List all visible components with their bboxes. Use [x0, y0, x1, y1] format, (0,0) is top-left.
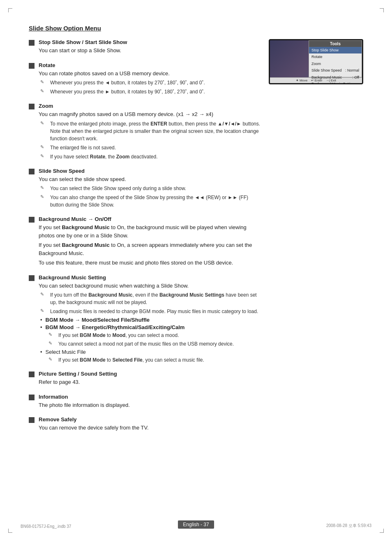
item-desc-bg-music-1: If you set Background Music to On, the b…: [39, 223, 261, 239]
note-icon-2: ✎: [40, 88, 47, 95]
item-rotate: Rotate You can rotate photos saved on a …: [29, 62, 261, 98]
item-content-bg-music: Background Music → On/Off If you set Bac…: [39, 216, 261, 269]
item-bg-music: Background Music → On/Off If you set Bac…: [29, 216, 261, 269]
note-icon-sub-2: ✎: [48, 341, 55, 347]
note-text-zoom-3: If you have select Rotate, the Zoom deac…: [50, 153, 157, 160]
item-desc-bg-music-3: To use this feature, there must be music…: [39, 259, 261, 267]
content-area: Stop Slide Show / Start Slide Show You c…: [29, 39, 363, 439]
bullet-bgm-mode: • BGM Mode → Mood/Selected File/Shuffle: [40, 317, 261, 323]
tools-item-bgm: Background Music : Off: [309, 74, 362, 81]
bullet-dot-2: •: [40, 324, 42, 330]
note-icon-bgms-2: ✎: [40, 308, 47, 315]
note-icon-sub-1: ✎: [48, 332, 55, 339]
footer-move: ✦ Move: [296, 79, 308, 82]
note-rotate-2: ✎ Whenever you press the ► button, it ro…: [40, 88, 261, 95]
item-desc-bg-music-setting: You can select background music when wat…: [39, 282, 261, 290]
corner-bottom-left: [8, 529, 12, 533]
note-icon-zoom-3: ✎: [40, 153, 47, 160]
bullet-dot-3: •: [40, 349, 42, 355]
bullet-select-music: • Select Music File: [40, 349, 261, 355]
bullet-rotate: [29, 63, 35, 69]
item-desc-bg-music-2: If you set Background Music to On, a scr…: [39, 241, 261, 257]
item-bg-music-setting: Background Music Setting You can select …: [29, 274, 261, 365]
note-zoom-1: ✎ To move the enlarged photo image, pres…: [40, 120, 261, 142]
tv-panel: Tools Stop Slide Show Rotate Zoom Slide …: [269, 39, 363, 439]
note-zoom-3: ✎ If you have select Rotate, the Zoom de…: [40, 153, 261, 160]
item-title-rotate: Rotate: [39, 62, 261, 68]
note-icon-zoom-1: ✎: [40, 121, 47, 127]
note-text-bgms-1: If you turn off the Background Music, ev…: [50, 291, 261, 306]
bullet-bg-music: [29, 217, 35, 223]
note-text-sub-3: If you set BGM Mode to Selected File, yo…: [58, 356, 204, 364]
note-bgms-2: ✎ Loading music files is needed to chang…: [40, 308, 261, 315]
item-desc-remove: You can remove the device safely from th…: [39, 424, 261, 432]
note-icon-zoom-2: ✎: [40, 144, 47, 151]
item-title-zoom: Zoom: [39, 103, 261, 109]
tools-item-bgm-setting: Background Music Setting: [309, 81, 362, 84]
item-desc-picture-sound: Refer to page 43.: [39, 378, 261, 386]
sub-note-bgm-2: ✎ You cannot select a mood not part of t…: [48, 340, 261, 348]
item-content-information: Information The photo file information i…: [39, 394, 261, 411]
tv-screen: Tools Stop Slide Show Rotate Zoom Slide …: [270, 40, 362, 83]
tools-value-bgm: : Off: [352, 74, 359, 80]
bullet-dot-1: •: [40, 317, 42, 323]
note-bgms-1: ✎ If you turn off the Background Music, …: [40, 291, 261, 306]
note-text-sub-2: You cannot select a mood not part of the…: [58, 340, 234, 348]
footer-left: BN68-01757J-Eng_.indb 37: [21, 524, 71, 529]
move-icon: ✦: [296, 79, 299, 82]
bullet-text-select-music: Select Music File: [46, 349, 86, 355]
corner-top-left: [8, 8, 12, 12]
note-speed-1: ✎ You can select the Slide Show speed on…: [40, 185, 261, 192]
note-text-rotate-2: Whenever you press the ► button, it rota…: [50, 88, 205, 95]
item-desc-zoom: You can magnify photos saved on a USB me…: [39, 110, 261, 118]
note-text-zoom-1: To move the enlarged photo image, press …: [50, 120, 261, 142]
tools-header: Tools: [309, 41, 362, 47]
section-title: Slide Show Option Menu: [29, 25, 363, 32]
item-content-zoom: Zoom You can magnify photos saved on a U…: [39, 103, 261, 162]
item-zoom: Zoom You can magnify photos saved on a U…: [29, 103, 261, 162]
note-text-zoom-2: The enlarged file is not saved.: [50, 144, 116, 151]
bullet-speed: [29, 169, 35, 174]
note-text-rotate-1: Whenever you press the ◄ button, it rota…: [50, 79, 205, 86]
note-icon-bgms-1: ✎: [40, 292, 47, 298]
bullet-zoom: [29, 104, 35, 109]
item-desc-speed: You can select the slide show speed.: [39, 175, 261, 183]
item-desc-rotate: You can rotate photos saved on a USB mem…: [39, 70, 261, 78]
page: Slide Show Option Menu Stop Slide Show /…: [0, 0, 392, 541]
item-title-stop: Stop Slide Show / Start Slide Show: [39, 39, 261, 45]
note-speed-2: ✎ You can also change the speed of the S…: [40, 194, 261, 209]
note-icon-sub-3: ✎: [48, 357, 55, 363]
footer-move-label: Move: [300, 79, 308, 82]
bullet-stop: [29, 40, 35, 46]
item-information: Information The photo file information i…: [29, 394, 261, 411]
note-icon-speed-1: ✎: [40, 185, 47, 192]
tv-container: Tools Stop Slide Show Rotate Zoom Slide …: [269, 39, 363, 84]
item-content-rotate: Rotate You can rotate photos saved on a …: [39, 62, 261, 98]
item-title-picture-sound: Picture Setting / Sound Setting: [39, 371, 261, 377]
tools-item-stop: Stop Slide Show: [309, 47, 362, 53]
sub-note-bgm-3: ✎ If you set BGM Mode to Selected File, …: [48, 356, 261, 364]
note-icon-speed-2: ✎: [40, 194, 47, 201]
sub-note-bgm-1: ✎ If you set BGM Mode to Mood, you can s…: [48, 332, 261, 339]
tools-item-speed: Slide Show Speed : Normal: [309, 67, 362, 74]
item-title-information: Information: [39, 394, 261, 400]
corner-bottom-right: [380, 529, 384, 533]
tools-value-speed: : Normal: [345, 67, 359, 73]
bullet-bgm-mood: • BGM Mood → Energetic/Rhythmical/Sad/Ex…: [40, 324, 261, 330]
tv-image: Tools Stop Slide Show Rotate Zoom Slide …: [270, 40, 362, 77]
bullet-text-bgm-mood: BGM Mood → Energetic/Rhythmical/Sad/Exci…: [46, 324, 185, 330]
item-content-remove: Remove Safely You can remove the device …: [39, 416, 261, 434]
item-content-stop: Stop Slide Show / Start Slide Show You c…: [39, 39, 261, 56]
page-number: English - 37: [178, 520, 214, 529]
bullet-text-bgm-mode: BGM Mode → Mood/Selected File/Shuffle: [46, 317, 150, 323]
tools-item-zoom: Zoom: [309, 60, 362, 67]
tools-item-rotate: Rotate: [309, 53, 362, 60]
bullet-information: [29, 395, 35, 400]
item-title-bg-music-setting: Background Music Setting: [39, 274, 261, 281]
note-text-bgms-2: Loading music files is needed to change …: [50, 308, 258, 315]
tools-label-speed: Slide Show Speed: [311, 67, 342, 73]
item-content-picture-sound: Picture Setting / Sound Setting Refer to…: [39, 371, 261, 388]
tools-label-bgm: Background Music: [311, 74, 342, 80]
footer-right: 2008-08-28 오후 5:59:43: [326, 523, 371, 529]
item-stop-slide-show: Stop Slide Show / Start Slide Show You c…: [29, 39, 261, 56]
